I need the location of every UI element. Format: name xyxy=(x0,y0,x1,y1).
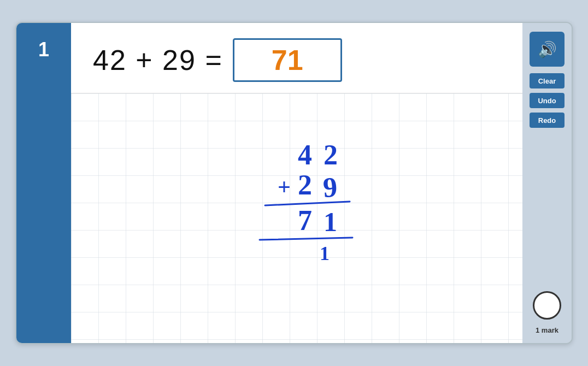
grid-area[interactable]: 4 2 + 2 9 7 1 1 xyxy=(71,93,522,343)
equation-area: 42 + 29 = 71 xyxy=(71,23,522,93)
svg-rect-0 xyxy=(71,93,522,343)
sound-icon: 🔊 xyxy=(538,40,557,58)
equation-text: 42 + 29 = xyxy=(93,44,223,76)
mark-circle xyxy=(533,291,561,320)
svg-text:1: 1 xyxy=(324,206,337,237)
main-container: 1 42 + 29 = 71 4 xyxy=(15,22,573,344)
sound-button[interactable]: 🔊 xyxy=(530,32,565,67)
left-panel: 1 xyxy=(16,23,71,343)
svg-text:2: 2 xyxy=(324,139,338,170)
svg-text:1: 1 xyxy=(320,243,330,264)
question-number: 1 xyxy=(38,38,49,61)
svg-text:4: 4 xyxy=(298,139,312,170)
svg-text:+: + xyxy=(278,174,291,199)
mark-label: 1 mark xyxy=(536,326,558,334)
svg-text:7: 7 xyxy=(298,205,312,236)
grid-svg: 4 2 + 2 9 7 1 1 xyxy=(71,93,522,343)
answer-box: 71 xyxy=(233,38,342,82)
redo-button[interactable]: Redo xyxy=(530,113,565,128)
clear-button[interactable]: Clear xyxy=(530,73,565,88)
answer-value: 71 xyxy=(272,44,303,76)
svg-text:9: 9 xyxy=(322,172,338,203)
right-panel: 🔊 Clear Undo Redo 1 mark xyxy=(522,23,572,343)
svg-text:2: 2 xyxy=(298,169,312,200)
main-area: 42 + 29 = 71 4 2 + xyxy=(71,23,522,343)
undo-button[interactable]: Undo xyxy=(530,93,565,108)
